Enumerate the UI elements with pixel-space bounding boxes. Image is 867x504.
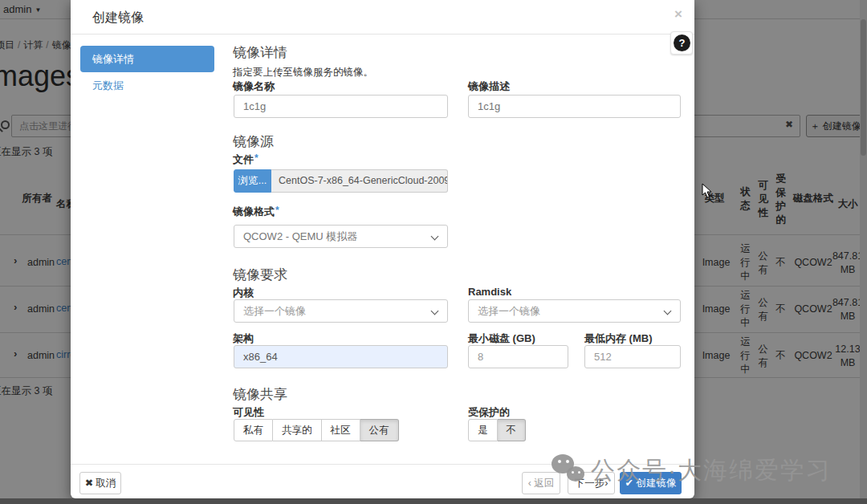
visibility-label: 可见性 bbox=[233, 405, 264, 420]
visibility-option-private[interactable]: 私有 bbox=[234, 419, 273, 441]
ramdisk-select[interactable]: 选择一个镜像 bbox=[468, 299, 681, 323]
browse-button[interactable]: 浏览... bbox=[234, 169, 271, 193]
image-description-input[interactable]: 1c1g bbox=[468, 95, 681, 118]
required-mark: * bbox=[254, 152, 258, 164]
kernel-label: 内核 bbox=[233, 286, 254, 300]
section-heading-source: 镜像源 bbox=[233, 132, 274, 151]
back-chevron-icon: ‹ bbox=[528, 478, 531, 489]
chevron-down-icon bbox=[664, 307, 672, 315]
file-name-field[interactable]: CentOS-7-x86_64-GenericCloud-2009.qcow2 bbox=[271, 169, 448, 193]
wizard-step-image-details[interactable]: 镜像详情 bbox=[80, 46, 214, 72]
chevron-down-icon bbox=[431, 233, 439, 241]
image-name-input[interactable]: 1c1g bbox=[234, 95, 448, 118]
section-description: 指定要上传至镜像服务的镜像。 bbox=[233, 66, 373, 79]
wizard-step-metadata[interactable]: 元数据 bbox=[92, 79, 124, 93]
section-heading-details: 镜像详情 bbox=[233, 43, 287, 62]
taskbar-strip bbox=[0, 498, 867, 504]
min-ram-label: 最低内存 (MB) bbox=[584, 331, 653, 346]
kernel-value: 选择一个镜像 bbox=[243, 305, 306, 317]
cancel-button[interactable]: ✖取消 bbox=[79, 472, 121, 494]
section-heading-requirements: 镜像要求 bbox=[233, 266, 287, 284]
chevron-down-icon bbox=[431, 307, 439, 315]
protected-toggle-group: 是 不 bbox=[468, 419, 526, 441]
image-format-label-text: 镜像格式 bbox=[233, 205, 275, 217]
visibility-option-shared[interactable]: 共享的 bbox=[273, 419, 322, 441]
help-icon: ? bbox=[674, 35, 690, 51]
check-icon: ✔ bbox=[625, 478, 633, 489]
image-description-label: 镜像描述 bbox=[468, 79, 510, 94]
next-chevron-icon: › bbox=[604, 478, 608, 489]
ramdisk-label: Ramdisk bbox=[468, 286, 511, 298]
visibility-toggle-group: 私有 共享的 社区 公有 bbox=[234, 419, 399, 441]
create-image-modal: 创建镜像 × ? 镜像详情 元数据 镜像详情 指定要上传至镜像服务的镜像。 镜像… bbox=[71, 0, 694, 498]
min-ram-input[interactable]: 512 bbox=[584, 345, 681, 368]
help-button[interactable]: ? bbox=[670, 31, 693, 55]
modal-header: 创建镜像 × bbox=[71, 0, 694, 35]
file-label-text: 文件 bbox=[233, 153, 254, 165]
section-heading-sharing: 镜像共享 bbox=[233, 385, 287, 404]
next-button[interactable]: 下一步› bbox=[568, 472, 615, 494]
screen: admin▼ 项目/计算/镜像 Images 点击这里进行过滤... ✖ ＋ 创… bbox=[0, 0, 867, 504]
image-format-value: QCOW2 - QEMU 模拟器 bbox=[243, 230, 357, 242]
image-name-label: 镜像名称 bbox=[233, 79, 275, 94]
file-label: 文件* bbox=[233, 152, 258, 167]
required-mark: * bbox=[275, 205, 279, 216]
architecture-label: 架构 bbox=[233, 331, 254, 346]
image-format-select[interactable]: QCOW2 - QEMU 模拟器 bbox=[234, 225, 448, 248]
protected-option-yes[interactable]: 是 bbox=[468, 419, 498, 441]
cancel-label: 取消 bbox=[96, 478, 116, 489]
protected-option-no[interactable]: 不 bbox=[498, 419, 527, 441]
cancel-x-icon: ✖ bbox=[85, 478, 93, 489]
mouse-cursor bbox=[702, 183, 713, 199]
protected-label: 受保护的 bbox=[468, 405, 510, 420]
kernel-select[interactable]: 选择一个镜像 bbox=[234, 299, 448, 323]
modal-title: 创建镜像 bbox=[92, 10, 144, 26]
architecture-input[interactable]: x86_64 bbox=[234, 345, 448, 368]
submit-label: 创建镜像 bbox=[636, 478, 676, 489]
close-icon[interactable]: × bbox=[674, 6, 682, 22]
modal-footer: ✖取消 ‹ 返回 下一步› ✔ 创建镜像 bbox=[71, 464, 694, 498]
min-disk-input[interactable]: 8 bbox=[468, 345, 568, 368]
next-label: 下一步 bbox=[575, 478, 605, 489]
visibility-option-public[interactable]: 公有 bbox=[360, 419, 399, 441]
visibility-option-community[interactable]: 社区 bbox=[322, 419, 360, 441]
back-label: 返回 bbox=[534, 478, 554, 489]
ramdisk-value: 选择一个镜像 bbox=[478, 305, 540, 317]
back-button[interactable]: ‹ 返回 bbox=[522, 472, 560, 494]
submit-create-image-button[interactable]: ✔ 创建镜像 bbox=[620, 472, 682, 494]
image-format-label: 镜像格式* bbox=[233, 205, 279, 219]
min-disk-label: 最小磁盘 (GB) bbox=[468, 331, 535, 346]
